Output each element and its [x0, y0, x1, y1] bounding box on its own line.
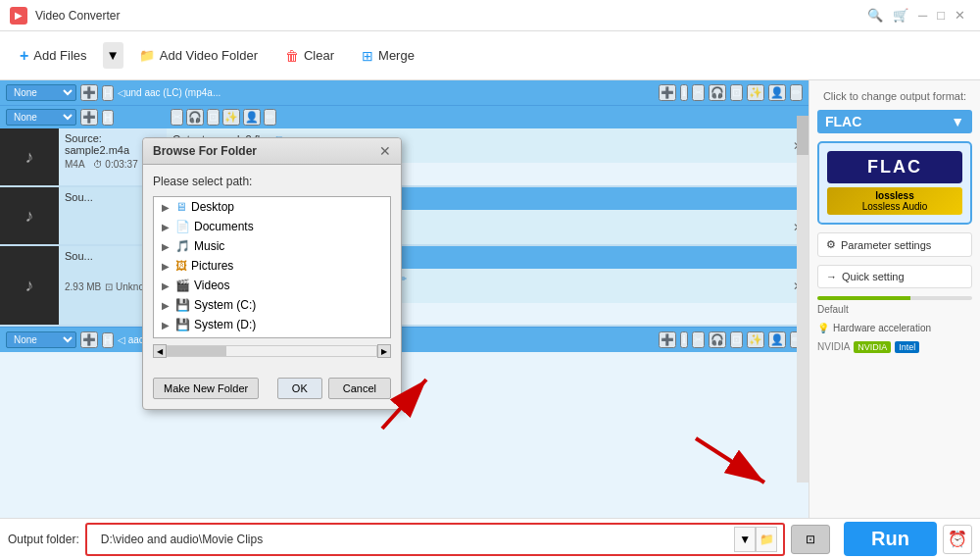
top-add-btn[interactable]: ➕ — [80, 84, 98, 101]
quick-setting-button[interactable]: → Quick setting — [817, 265, 972, 288]
modal-body: Please select path: ▶ 🖥 Desktop ▶ 📄 Docu… — [143, 165, 401, 372]
alarm-icon: ⏰ — [948, 530, 967, 548]
folder-music[interactable]: ▶ 🎵 Music — [154, 236, 390, 256]
quality-slider[interactable] — [817, 296, 972, 300]
output-folder-label: Output folder: — [8, 533, 79, 546]
music-icon: 🎵 — [175, 239, 190, 253]
lossless-badge: lossless Lossless Audio — [827, 187, 962, 215]
nvidia-logo: NVIDIA — [817, 341, 850, 353]
out-person-1[interactable]: 👤 — [243, 109, 261, 126]
top-plus2-btn[interactable]: ➕ — [659, 84, 676, 101]
file-row-1: None ➕ H ♪ Source: sample2.m4a M4A ⏱ 0:0 — [0, 106, 808, 185]
top-crop-btn[interactable]: ⊡ — [730, 84, 743, 101]
alarm-button[interactable]: ⏰ — [943, 525, 972, 554]
none-select-1[interactable]: None — [6, 109, 76, 126]
output-action-icon: ⊡ — [806, 533, 815, 546]
shop-button[interactable]: 🛒 — [888, 6, 913, 25]
file-list-area: None ➕ H ◁und aac (LC) (mp4a... ➕ ℹ ✂ 🎧 … — [0, 80, 808, 518]
output-path-dropdown[interactable]: ▼ — [734, 527, 756, 552]
merge-icon: ⊞ — [362, 48, 373, 64]
expand-music: ▶ — [162, 241, 170, 252]
bottom-crop-btn[interactable]: ⊡ — [730, 331, 743, 348]
top-control-strip: None ➕ H ◁und aac (LC) (mp4a... ➕ ℹ ✂ 🎧 … — [0, 80, 808, 106]
folder-documents[interactable]: ▶ 📄 Documents — [154, 217, 390, 236]
vertical-scrollbar[interactable] — [797, 116, 808, 483]
format-dropdown-icon: ▼ — [951, 114, 964, 129]
bottom-add-btn[interactable]: ➕ — [80, 331, 98, 348]
top-edit-btn[interactable]: ✏ — [790, 84, 803, 101]
modal-close-button[interactable]: ✕ — [379, 144, 391, 158]
hw-icon: 💡 — [817, 323, 829, 333]
top-none-select[interactable]: None — [6, 84, 76, 101]
bottom-fx-btn[interactable]: ✨ — [747, 331, 764, 348]
maximize-button[interactable]: □ — [932, 6, 950, 25]
badges-row: NVIDIA NVIDIA Intel — [817, 341, 972, 353]
param-settings-button[interactable]: ⚙ Parameter settings — [817, 232, 972, 257]
top-person-btn[interactable]: 👤 — [768, 84, 786, 101]
system-c-label: System (C:) — [194, 298, 256, 312]
add-video-folder-button[interactable]: 📁 Add Video Folder — [127, 42, 270, 69]
flac-logo: FLAC — [827, 151, 962, 183]
clear-button[interactable]: 🗑 Clear — [273, 42, 346, 70]
bottom-scissors-btn[interactable]: ✂ — [692, 331, 705, 348]
bottom-person-btn[interactable]: 👤 — [768, 331, 786, 348]
top-headphone-btn[interactable]: 🎧 — [709, 84, 726, 101]
file-row-3: ♪ Sou... 2.93 MB ⊡ Unknown ✂ — [0, 246, 808, 325]
top-fx-btn[interactable]: ✨ — [747, 84, 764, 101]
h-btn-1[interactable]: H — [102, 110, 114, 126]
documents-icon: 📄 — [175, 220, 190, 233]
top-info-btn[interactable]: ℹ — [680, 84, 688, 101]
modal-path-label: Please select path: — [153, 175, 391, 188]
make-new-folder-button[interactable]: Make New Folder — [153, 378, 259, 399]
music-label: Music — [194, 239, 224, 253]
folder-pictures[interactable]: ▶ 🖼 Pictures — [154, 256, 390, 276]
folder-tree[interactable]: ▶ 🖥 Desktop ▶ 📄 Documents ▶ 🎵 Music ▶ 🖼 … — [153, 196, 391, 338]
output-action-btn[interactable]: ⊡ — [791, 525, 830, 554]
out-scissors-1[interactable]: ✂ — [171, 109, 183, 126]
file-block-2: ♪ Sou... ✂ 🎧 ⊡ ✨ 👤 ✏ — [0, 187, 808, 246]
hscroll-left[interactable]: ◀ — [153, 344, 167, 358]
app-icon: ▶ — [10, 7, 27, 25]
out-headphone-1[interactable]: 🎧 — [186, 109, 204, 126]
top-scissors-btn[interactable]: ✂ — [692, 84, 705, 101]
app-title: Video Converter — [35, 9, 862, 23]
toolbar: + Add Files ▼ 📁 Add Video Folder 🗑 Clear… — [0, 31, 980, 80]
slider-section: Default — [817, 296, 972, 315]
folder-desktop[interactable]: ▶ 🖥 Desktop — [154, 197, 390, 217]
out-crop-1[interactable]: ⊡ — [207, 109, 220, 126]
run-button[interactable]: Run — [844, 522, 937, 556]
add-files-button[interactable]: + Add Files — [8, 41, 99, 71]
out-fx-1[interactable]: ✨ — [222, 109, 240, 126]
bottom-none-select[interactable]: None — [6, 331, 76, 348]
folder-libraries[interactable]: ▶ 📚 Libraries — [154, 334, 390, 338]
folder-system-c[interactable]: ▶ 💾 System (C:) — [154, 295, 390, 315]
hscroll-right[interactable]: ▶ — [377, 344, 391, 358]
bottom-info-btn[interactable]: ℹ — [680, 331, 688, 348]
videos-icon: 🎬 — [175, 279, 190, 292]
expand-pictures: ▶ — [162, 261, 170, 272]
top-h-btn[interactable]: H — [102, 85, 114, 101]
modal-ok-button[interactable]: OK — [277, 378, 322, 399]
out-edit-1[interactable]: ✏ — [264, 109, 276, 126]
folder-videos[interactable]: ▶ 🎬 Videos — [154, 276, 390, 295]
add-files-dropdown[interactable]: ▼ — [103, 42, 123, 69]
hscroll-track[interactable] — [167, 345, 377, 357]
bottom-headphone-btn[interactable]: 🎧 — [709, 331, 726, 348]
format-selector[interactable]: FLAC ▼ — [817, 110, 972, 133]
bottom-h-btn[interactable]: H — [102, 332, 114, 348]
hw-label: Hardware acceleration — [833, 323, 931, 333]
pictures-label: Pictures — [191, 259, 233, 273]
close-button[interactable]: ✕ — [950, 6, 970, 25]
search-button[interactable]: 🔍 — [862, 6, 888, 25]
modal-cancel-button[interactable]: Cancel — [328, 378, 391, 399]
hw-accel-section: 💡 Hardware acceleration — [817, 323, 972, 333]
add-btn-1[interactable]: ➕ — [80, 109, 98, 126]
merge-button[interactable]: ⊞ Merge — [350, 42, 426, 70]
minimize-button[interactable]: ─ — [913, 6, 932, 25]
folder-system-d[interactable]: ▶ 💾 System (D:) — [154, 315, 390, 334]
title-bar: ▶ Video Converter 🔍 🛒 ─ □ ✕ — [0, 0, 980, 31]
bottom-plus2-btn[interactable]: ➕ — [659, 331, 676, 348]
videos-label: Videos — [194, 279, 229, 292]
folder-icon: 📁 — [139, 48, 155, 63]
output-path-folder[interactable]: 📁 — [756, 527, 777, 552]
